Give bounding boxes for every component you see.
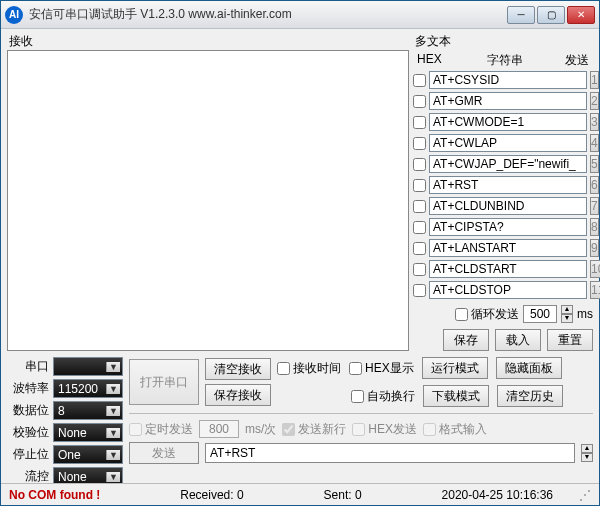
close-button[interactable]: ✕ (567, 6, 595, 24)
command-input[interactable] (429, 134, 587, 152)
hex-checkbox[interactable] (413, 221, 426, 234)
hide-panel-button[interactable]: 隐藏面板 (496, 357, 562, 379)
send-row-button[interactable]: 11 (590, 281, 600, 299)
command-input[interactable] (429, 197, 587, 215)
loop-interval-input[interactable] (523, 305, 557, 323)
hex-checkbox[interactable] (413, 179, 426, 192)
spin-down[interactable]: ▼ (561, 314, 573, 323)
send-button[interactable]: 发送 (129, 442, 199, 464)
baud-label: 波特率 (7, 380, 49, 397)
send-row-button[interactable]: 6 (590, 176, 599, 194)
timed-send-checkbox[interactable] (129, 423, 142, 436)
hex-send-checkbox[interactable] (352, 423, 365, 436)
multitext-row: 1 (413, 71, 593, 89)
chevron-down-icon: ▼ (106, 384, 120, 394)
send-input[interactable] (205, 443, 575, 463)
save-button[interactable]: 保存 (443, 329, 489, 351)
multitext-row: 2 (413, 92, 593, 110)
chevron-down-icon: ▼ (106, 450, 120, 460)
status-nocom: No COM found ! (9, 488, 100, 502)
status-received: Received: 0 (180, 488, 243, 502)
databits-label: 数据位 (7, 402, 49, 419)
multitext-row: 5 (413, 155, 593, 173)
send-row-button[interactable]: 7 (590, 197, 599, 215)
resize-grip-icon[interactable]: ⋰ (579, 488, 591, 502)
minimize-button[interactable]: ─ (507, 6, 535, 24)
multitext-title: 多文本 (413, 33, 593, 50)
command-input[interactable] (429, 218, 587, 236)
hex-checkbox[interactable] (413, 263, 426, 276)
command-input[interactable] (429, 71, 587, 89)
parity-label: 校验位 (7, 424, 49, 441)
command-input[interactable] (429, 176, 587, 194)
status-sent: Sent: 0 (324, 488, 362, 502)
chevron-down-icon: ▼ (106, 362, 120, 372)
send-spin-up[interactable]: ▲ (581, 444, 593, 453)
send-row-button[interactable]: 4 (590, 134, 599, 152)
send-newline-checkbox[interactable] (282, 423, 295, 436)
command-input[interactable] (429, 113, 587, 131)
window-title: 安信可串口调试助手 V1.2.3.0 www.ai-thinker.com (29, 6, 507, 23)
maximize-button[interactable]: ▢ (537, 6, 565, 24)
receive-label: 接收 (7, 33, 409, 50)
chevron-down-icon: ▼ (106, 406, 120, 416)
baud-combo[interactable]: 115200▼ (53, 379, 123, 398)
hex-checkbox[interactable] (413, 242, 426, 255)
loop-send-label: 循环发送 (471, 306, 519, 323)
send-row-button[interactable]: 1 (590, 71, 599, 89)
clear-history-button[interactable]: 清空历史 (497, 385, 563, 407)
chevron-down-icon: ▼ (106, 472, 120, 482)
col-send: 发送 (561, 52, 593, 69)
send-row-button[interactable]: 9 (590, 239, 599, 257)
run-mode-button[interactable]: 运行模式 (422, 357, 488, 379)
command-input[interactable] (429, 281, 587, 299)
databits-combo[interactable]: 8▼ (53, 401, 123, 420)
command-input[interactable] (429, 239, 587, 257)
col-hex: HEX (413, 52, 449, 69)
multitext-row: 10 (413, 260, 593, 278)
command-input[interactable] (429, 260, 587, 278)
parity-combo[interactable]: None▼ (53, 423, 123, 442)
multitext-row: 4 (413, 134, 593, 152)
hex-display-checkbox[interactable] (349, 362, 362, 375)
format-input-checkbox[interactable] (423, 423, 436, 436)
command-input[interactable] (429, 155, 587, 173)
hex-checkbox[interactable] (413, 284, 426, 297)
download-mode-button[interactable]: 下载模式 (423, 385, 489, 407)
send-row-button[interactable]: 3 (590, 113, 599, 131)
reset-button[interactable]: 重置 (547, 329, 593, 351)
app-icon: AI (5, 6, 23, 24)
multitext-row: 9 (413, 239, 593, 257)
send-row-button[interactable]: 5 (590, 155, 599, 173)
loop-send-checkbox[interactable] (455, 308, 468, 321)
status-datetime: 2020-04-25 10:16:36 (442, 488, 553, 502)
hex-checkbox[interactable] (413, 116, 426, 129)
hex-checkbox[interactable] (413, 200, 426, 213)
hex-checkbox[interactable] (413, 95, 426, 108)
load-button[interactable]: 载入 (495, 329, 541, 351)
interval-input[interactable] (199, 420, 239, 438)
spin-up[interactable]: ▲ (561, 305, 573, 314)
hex-checkbox[interactable] (413, 74, 426, 87)
send-row-button[interactable]: 10 (590, 260, 600, 278)
receive-panel[interactable] (7, 50, 409, 351)
col-string: 字符串 (449, 52, 561, 69)
interval-unit: ms/次 (245, 421, 276, 438)
multitext-row: 11 (413, 281, 593, 299)
hex-checkbox[interactable] (413, 137, 426, 150)
auto-wrap-checkbox[interactable] (351, 390, 364, 403)
command-input[interactable] (429, 92, 587, 110)
stopbits-combo[interactable]: One▼ (53, 445, 123, 464)
stopbits-label: 停止位 (7, 446, 49, 463)
multitext-row: 6 (413, 176, 593, 194)
clear-rx-button[interactable]: 清空接收 (205, 358, 271, 380)
loop-unit: ms (577, 307, 593, 321)
port-combo[interactable]: ▼ (53, 357, 123, 376)
open-port-button[interactable]: 打开串口 (129, 359, 199, 405)
send-row-button[interactable]: 8 (590, 218, 599, 236)
send-row-button[interactable]: 2 (590, 92, 599, 110)
send-spin-down[interactable]: ▼ (581, 453, 593, 462)
rx-time-checkbox[interactable] (277, 362, 290, 375)
save-rx-button[interactable]: 保存接收 (205, 384, 271, 406)
hex-checkbox[interactable] (413, 158, 426, 171)
